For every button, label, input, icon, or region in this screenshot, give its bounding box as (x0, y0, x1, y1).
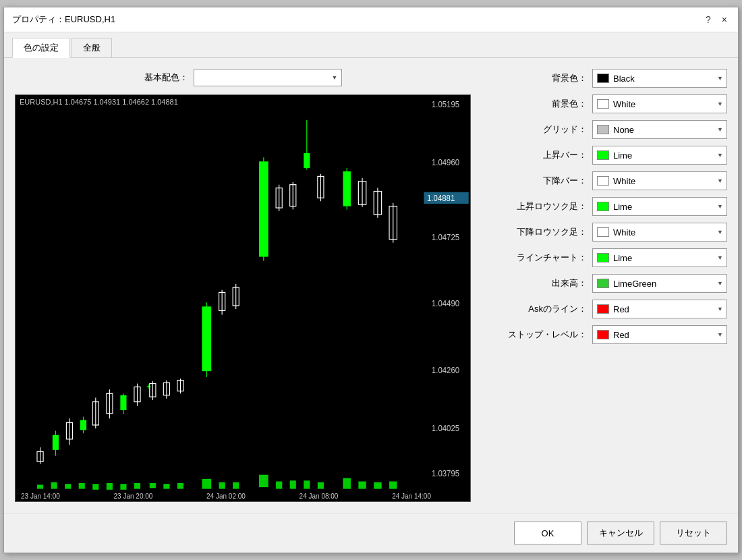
bg-color-select[interactable]: Black (592, 69, 727, 88)
stop-level-select[interactable]: Red (592, 325, 727, 344)
price-label-current-text: 1.04881 (427, 194, 455, 203)
tab-color-settings[interactable]: 色の設定 (12, 38, 70, 58)
title-bar-buttons: ? × (703, 13, 730, 26)
footer: OK キャンセル リセット (4, 513, 738, 553)
volume-bar (276, 482, 282, 489)
candle-body (343, 171, 351, 206)
volume-bar (233, 482, 239, 489)
up-candle-swatch (597, 202, 609, 211)
volume-bar (107, 483, 113, 490)
ask-line-row: Askのライン： Red (484, 300, 727, 318)
base-color-label: 基本配色： (144, 72, 188, 84)
grid-color-swatch (597, 125, 609, 134)
volume-bar (259, 475, 268, 487)
price-label-1: 1.05195 (432, 100, 460, 109)
up-bar-select-wrapper: Lime (592, 146, 727, 165)
properties-dialog: プロパティ：EURUSD,H1 ? × 色の設定 全般 基本配色： E (3, 7, 739, 553)
ok-button[interactable]: OK (514, 522, 581, 544)
ask-line-select[interactable]: Red (592, 300, 727, 318)
chart-svg: 1.05195 1.04960 1.04881 1.04881 1.04725 … (16, 95, 470, 501)
x-axis: 23 Jan 14:00 23 Jan 20:00 24 Jan 02:00 2… (16, 491, 436, 501)
line-chart-swatch (597, 253, 609, 262)
base-color-row: 基本配色： (15, 69, 471, 86)
candle-body (120, 395, 126, 410)
candle-body (259, 161, 268, 256)
candle-body (202, 306, 211, 371)
x-label-3: 24 Jan 02:00 (206, 493, 246, 500)
volume-bar (304, 480, 310, 488)
volume-bar (79, 483, 85, 489)
price-label-7: 1.03795 (432, 469, 460, 478)
left-panel: 基本配色： EURUSD,H1 1.04675 1.04931 1.04662 … (15, 69, 471, 502)
volume-bar (202, 479, 211, 489)
volume-bar (374, 482, 381, 489)
down-bar-select[interactable]: White (592, 171, 727, 190)
price-label-2: 1.04960 (432, 158, 460, 167)
fg-color-label: 前景色： (506, 98, 587, 110)
fg-color-select-wrapper: White (592, 94, 727, 113)
line-chart-label: ラインチャート： (506, 252, 587, 264)
volume-row: 出来高： LimeGreen (484, 274, 727, 293)
up-bar-select[interactable]: Lime (592, 146, 727, 165)
volume-bar (318, 482, 324, 489)
cancel-button[interactable]: キャンセル (587, 522, 654, 544)
reset-button[interactable]: リセット (660, 522, 727, 544)
line-chart-select[interactable]: Lime (592, 248, 727, 267)
close-button[interactable]: × (719, 13, 730, 26)
volume-bar (177, 483, 183, 489)
volume-bar (120, 484, 126, 490)
x-label-1: 23 Jan 14:00 (21, 493, 60, 500)
help-button[interactable]: ? (703, 13, 714, 26)
stop-level-select-wrapper: Red (592, 325, 727, 344)
up-bar-row: 上昇バー： Lime (484, 146, 727, 165)
bg-color-label: 背景色： (506, 72, 587, 84)
up-candle-select[interactable]: Lime (592, 197, 727, 216)
line-chart-row: ラインチャート： Lime (484, 248, 727, 267)
ask-line-select-wrapper: Red (592, 300, 727, 318)
volume-bar (51, 482, 57, 489)
volume-select[interactable]: LimeGreen (592, 274, 727, 293)
tab-bar: 色の設定 全般 (4, 32, 738, 58)
base-color-select[interactable] (194, 69, 342, 86)
grid-color-label: グリッド： (506, 123, 587, 136)
volume-bar (163, 484, 169, 488)
price-label-6: 1.04025 (432, 423, 460, 432)
x-label-2: 23 Jan 20:00 (114, 493, 153, 500)
chart-info: EURUSD,H1 1.04675 1.04931 1.04662 1.0488… (20, 98, 178, 106)
volume-bar (37, 484, 43, 488)
title-bar: プロパティ：EURUSD,H1 ? × (4, 7, 738, 32)
price-label-4: 1.04490 (432, 299, 460, 308)
marker: + (146, 382, 151, 391)
ask-line-swatch (597, 304, 609, 314)
ask-line-label: Askのライン： (506, 303, 587, 315)
volume-bar (150, 483, 156, 488)
down-candle-select[interactable]: White (592, 223, 727, 242)
bg-color-select-wrapper: Black (592, 69, 727, 88)
bg-color-swatch (597, 74, 609, 83)
down-bar-swatch (597, 176, 609, 186)
x-label-5: 24 Jan 14:00 (392, 493, 431, 500)
down-candle-row: 下降ロウソク足： White (484, 223, 727, 242)
grid-color-select[interactable]: None (592, 120, 727, 139)
volume-bar (92, 484, 98, 490)
down-candle-select-wrapper: White (592, 223, 727, 242)
main-content: 基本配色： EURUSD,H1 1.04675 1.04931 1.04662 … (4, 58, 738, 513)
up-candle-select-wrapper: Lime (592, 197, 727, 216)
down-candle-swatch (597, 227, 609, 237)
fg-color-select[interactable]: White (592, 94, 727, 113)
candle-body (53, 435, 59, 450)
volume-bar (134, 483, 140, 489)
line-chart-select-wrapper: Lime (592, 248, 727, 267)
grid-color-row: グリッド： None (484, 120, 727, 139)
volume-bar (343, 478, 351, 489)
volume-bar (389, 482, 397, 489)
volume-bar (358, 482, 366, 489)
fg-color-row: 前景色： White (484, 94, 727, 113)
dialog-title: プロパティ：EURUSD,H1 (12, 13, 115, 26)
volume-label: 出来高： (506, 277, 587, 289)
volume-bar (290, 480, 296, 488)
volume-bar (219, 482, 225, 489)
down-bar-row: 下降バー： White (484, 171, 727, 190)
tab-general[interactable]: 全般 (72, 38, 112, 57)
x-label-4: 24 Jan 08:00 (299, 493, 339, 500)
